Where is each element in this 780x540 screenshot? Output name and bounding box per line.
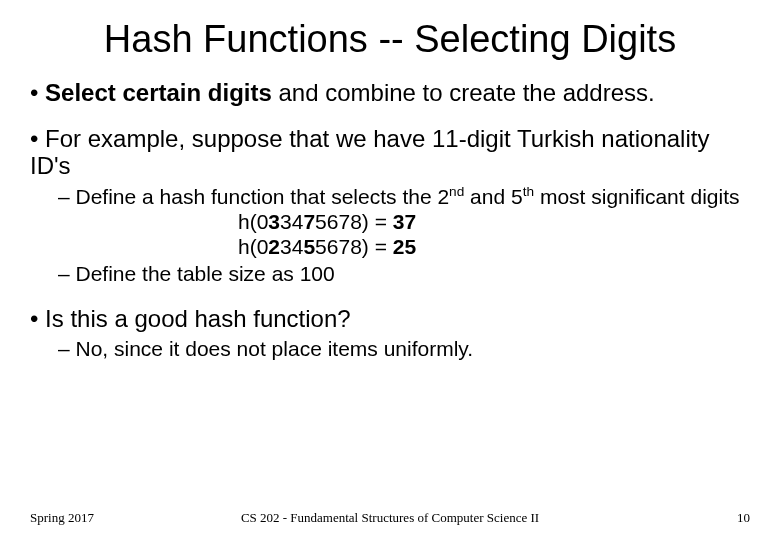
sub-list-1: Define a hash function that selects the … [58,184,750,287]
sub-2: Define the table size as 100 [58,261,750,286]
h1-d2: 7 [303,210,315,233]
bullet-3-text: Is this a good hash function? [45,305,351,332]
h2-pre: h(0 [238,235,268,258]
sub-1-mid: and 5 [464,185,522,208]
bullet-1-bold: Select certain digits [45,79,272,106]
h2-d1: 2 [268,235,280,258]
bullet-1: Select certain digits and combine to cre… [30,79,750,107]
sub-1: Define a hash function that selects the … [58,184,750,260]
h2-res: 25 [393,235,416,258]
h2-mid1: 34 [280,235,303,258]
h1-mid2: 5678) = [315,210,393,233]
sub-list-2: No, since it does not place items unifor… [58,336,750,361]
bullet-list: Select certain digits and combine to cre… [30,79,750,361]
h1-res: 37 [393,210,416,233]
h2-mid2: 5678) = [315,235,393,258]
bullet-1-rest: and combine to create the address. [272,79,655,106]
sup-nd: nd [449,184,464,199]
h1-d1: 3 [268,210,280,233]
footer-center: CS 202 - Fundamental Structures of Compu… [30,510,750,526]
hash-example-1: h(033475678) = 37 [238,209,750,234]
h2-d2: 5 [303,235,315,258]
footer: Spring 2017 CS 202 - Fundamental Structu… [30,510,750,526]
h1-pre: h(0 [238,210,268,233]
bullet-2: For example, suppose that we have 11-dig… [30,125,750,287]
h1-mid1: 34 [280,210,303,233]
bullet-3: Is this a good hash function? No, since … [30,305,750,362]
slide: Hash Functions -- Selecting Digits Selec… [0,0,780,540]
sup-th: th [523,184,534,199]
slide-title: Hash Functions -- Selecting Digits [30,18,750,61]
hash-example-2: h(023455678) = 25 [238,234,750,259]
bullet-2-text: For example, suppose that we have 11-dig… [30,125,709,180]
sub-3: No, since it does not place items unifor… [58,336,750,361]
sub-1-pre: Define a hash function that selects the … [76,185,450,208]
sub-1-post: most significant digits [534,185,739,208]
